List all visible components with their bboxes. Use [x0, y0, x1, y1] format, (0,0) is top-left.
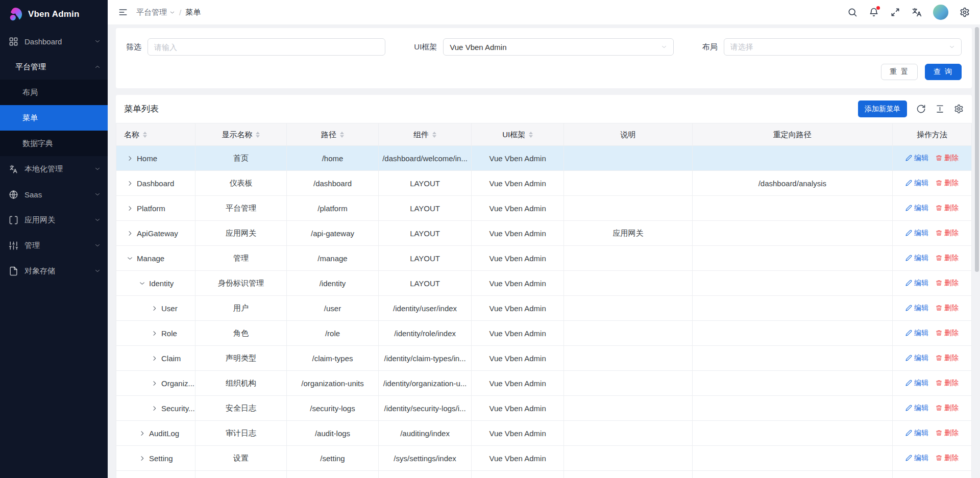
- sidebar-item-saas[interactable]: Saas: [0, 182, 108, 207]
- sort-icon[interactable]: [340, 132, 344, 138]
- sidebar-item-gateway[interactable]: 应用网关: [0, 207, 108, 233]
- chevron-right-icon[interactable]: [127, 155, 133, 162]
- bell-icon[interactable]: [869, 7, 879, 17]
- chevron-right-icon[interactable]: [127, 180, 133, 187]
- sidebar-item-dashboard[interactable]: Dashboard: [0, 29, 108, 54]
- chevron-down-icon: [661, 44, 667, 50]
- sort-icon[interactable]: [529, 132, 533, 138]
- chevron-right-icon[interactable]: [127, 205, 133, 212]
- table-row: ApiGateway应用网关/api-gatewayLAYOUTVue Vben…: [116, 221, 972, 246]
- chevron-right-icon[interactable]: [151, 330, 158, 337]
- delete-button[interactable]: 删除: [936, 279, 959, 288]
- sidebar: Vben Admin Dashboard平台管理布局菜单数据字典本地化管理Saa…: [0, 0, 108, 478]
- path-cell: /dashboard: [286, 171, 378, 196]
- delete-button[interactable]: 删除: [936, 404, 959, 413]
- table-toolbar: 菜单列表 添加新菜单: [116, 95, 972, 123]
- refresh-icon[interactable]: [916, 104, 926, 114]
- chevron-right-icon[interactable]: [139, 455, 145, 462]
- delete-button[interactable]: 删除: [936, 379, 959, 388]
- sidebar-item-platform[interactable]: 平台管理: [0, 54, 108, 80]
- edit-button[interactable]: 编辑: [905, 379, 928, 388]
- display-name-cell: 平台管理: [195, 196, 286, 221]
- column-header[interactable]: 组件: [379, 123, 472, 146]
- chevron-right-icon[interactable]: [151, 380, 158, 387]
- column-header[interactable]: 路径: [286, 123, 378, 146]
- column-header[interactable]: 显示名称: [195, 123, 286, 146]
- delete-button[interactable]: 删除: [936, 429, 959, 438]
- sidebar-subitem-dictionary[interactable]: 数据字典: [0, 131, 108, 156]
- pencil-icon: [905, 205, 912, 211]
- sidebar-item-manage[interactable]: 管理: [0, 233, 108, 258]
- pencil-icon: [905, 430, 912, 436]
- delete-button[interactable]: 删除: [936, 254, 959, 263]
- menu-name: Security...: [161, 404, 195, 413]
- app-title: Vben Admin: [28, 9, 80, 19]
- edit-button[interactable]: 编辑: [905, 279, 928, 288]
- sort-icon[interactable]: [432, 132, 436, 138]
- add-menu-button[interactable]: 添加新菜单: [858, 100, 907, 117]
- translate-icon[interactable]: [912, 7, 922, 17]
- redirect-cell: [692, 271, 892, 296]
- filter-keyword-input[interactable]: [148, 38, 385, 56]
- path-cell: /manage: [286, 246, 378, 271]
- delete-button[interactable]: 删除: [936, 154, 959, 163]
- menu-collapse-icon[interactable]: [118, 7, 128, 17]
- path-cell: /role: [286, 321, 378, 346]
- sidebar-item-localization[interactable]: 本地化管理: [0, 156, 108, 182]
- delete-button[interactable]: 删除: [936, 354, 959, 363]
- column-header: 重定向路径: [692, 123, 892, 146]
- menu-name: Role: [161, 329, 177, 338]
- delete-button[interactable]: 删除: [936, 304, 959, 313]
- row-height-icon[interactable]: [935, 104, 945, 114]
- table-settings-icon[interactable]: [954, 104, 964, 114]
- reset-button[interactable]: 重 置: [881, 64, 918, 80]
- redirect-cell: [692, 196, 892, 221]
- vertical-scrollbar[interactable]: [975, 27, 979, 272]
- chevron-down-icon[interactable]: [139, 280, 145, 287]
- edit-button[interactable]: 编辑: [905, 354, 928, 363]
- table-row: [116, 471, 972, 478]
- query-button[interactable]: 查 询: [925, 64, 962, 80]
- edit-button[interactable]: 编辑: [905, 304, 928, 313]
- sidebar-subitem-layout[interactable]: 布局: [0, 80, 108, 105]
- edit-button[interactable]: 编辑: [905, 429, 928, 438]
- edit-button[interactable]: 编辑: [905, 229, 928, 238]
- chevron-right-icon[interactable]: [151, 305, 158, 312]
- ui-framework-cell: Vue Vben Admin: [472, 321, 564, 346]
- chevron-down-icon[interactable]: [127, 255, 133, 262]
- column-header[interactable]: 名称: [116, 123, 195, 146]
- filter-field-keyword: 筛选: [126, 38, 385, 56]
- menu-name: Manage: [137, 254, 164, 263]
- sort-icon[interactable]: [143, 132, 147, 138]
- sidebar-item-storage[interactable]: 对象存储: [0, 258, 108, 284]
- edit-button[interactable]: 编辑: [905, 154, 928, 163]
- breadcrumb-item-platform[interactable]: 平台管理: [136, 8, 175, 17]
- menu-name: Identity: [149, 279, 174, 288]
- chevron-right-icon[interactable]: [151, 355, 158, 362]
- fullscreen-icon[interactable]: [890, 7, 900, 17]
- edit-button[interactable]: 编辑: [905, 329, 928, 338]
- description-cell: [564, 421, 693, 446]
- layout-select[interactable]: 请选择: [724, 38, 962, 56]
- app-logo[interactable]: Vben Admin: [0, 0, 108, 29]
- edit-button[interactable]: 编辑: [905, 179, 928, 188]
- sort-icon[interactable]: [256, 132, 260, 138]
- column-header[interactable]: UI框架: [472, 123, 564, 146]
- delete-button[interactable]: 删除: [936, 204, 959, 213]
- delete-button[interactable]: 删除: [936, 229, 959, 238]
- sidebar-subitem-menu[interactable]: 菜单: [0, 105, 108, 131]
- delete-button[interactable]: 删除: [936, 454, 959, 463]
- chevron-right-icon[interactable]: [151, 405, 158, 412]
- edit-button[interactable]: 编辑: [905, 204, 928, 213]
- chevron-right-icon[interactable]: [139, 430, 145, 437]
- ui-framework-select[interactable]: Vue Vben Admin: [443, 38, 673, 56]
- edit-button[interactable]: 编辑: [905, 454, 928, 463]
- avatar[interactable]: [933, 5, 948, 20]
- delete-button[interactable]: 删除: [936, 179, 959, 188]
- search-icon[interactable]: [847, 7, 857, 17]
- chevron-right-icon[interactable]: [127, 230, 133, 237]
- delete-button[interactable]: 删除: [936, 329, 959, 338]
- edit-button[interactable]: 编辑: [905, 254, 928, 263]
- edit-button[interactable]: 编辑: [905, 404, 928, 413]
- settings-icon[interactable]: [960, 7, 970, 17]
